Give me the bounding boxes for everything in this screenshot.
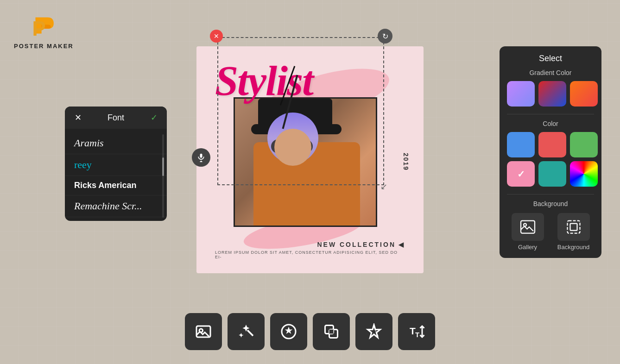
svg-text:T: T [415,331,419,339]
color-rainbow-swatch[interactable] [570,161,598,187]
font-close-button[interactable]: ✕ [72,112,83,123]
lorem-text: LOREM IPSUM DOLOR SIT AMET, CONSECTETUR … [215,250,405,259]
svg-rect-1 [200,154,202,158]
color-blue-swatch[interactable] [507,132,535,157]
font-panel-header: ✕ Font ✓ [65,107,167,129]
gallery-label: Gallery [518,244,537,251]
svg-line-10 [247,330,253,336]
color-green-swatch[interactable] [570,132,598,157]
background-section: Background Gallery [507,200,594,251]
gradient-color-grid [507,81,594,107]
year-text: 2019 [402,153,410,171]
design-tool-icon [238,323,254,340]
poster-bottom: NEW COLLECTION ◀ LOREM IPSUM DOLOR SIT A… [196,241,424,259]
svg-text:P: P [32,17,45,40]
enhance-tool-button[interactable] [355,313,392,350]
color-pink-swatch[interactable] [507,161,535,187]
svg-rect-6 [567,221,580,233]
gallery-icon [519,219,536,235]
svg-rect-7 [570,224,577,231]
canvas-area: Stylist 2019 N [196,28,424,273]
divider-1 [507,114,594,114]
gradient-subtitle: Gradient Color [507,69,594,76]
font-scrollbar-thumb [162,157,164,176]
bg-gallery-item[interactable]: Gallery [507,213,548,251]
enhance-tool-icon [366,323,382,340]
effects-tool-icon [280,323,297,340]
divider-2 [507,194,594,195]
app-name: POSTER MAKER [14,43,74,50]
background-icon-box [557,213,590,241]
font-item-reey[interactable]: reey [65,154,167,176]
gradient-orange-swatch[interactable] [570,81,598,107]
background-label: Background [557,244,589,251]
photo-tool-button[interactable] [185,313,222,350]
color-teal-swatch[interactable] [538,161,566,187]
font-item-aramis[interactable]: Aramis [65,132,167,154]
audio-control-btn[interactable] [192,148,210,167]
gradient-purple-swatch[interactable] [507,81,535,107]
selection-resize-handle[interactable]: ↙ [380,182,390,191]
background-icon [565,219,582,235]
sticker-tool-icon [323,323,340,340]
solid-color-grid [507,132,594,187]
effects-tool-button[interactable] [270,313,307,350]
bottom-toolbar: T T [185,313,435,350]
text-size-tool-button[interactable]: T T [398,313,435,350]
photo-tool-icon [195,323,212,340]
bg-background-item[interactable]: Background [553,213,594,251]
font-item-remachine[interactable]: Remachine Scr... [65,195,167,217]
font-panel-title: Font [83,113,148,123]
color-red-swatch[interactable] [538,132,566,157]
logo-area: P POSTER MAKER [14,9,74,50]
logo-icon: P [27,9,60,42]
collection-text: NEW COLLECTION ◀ [215,241,405,248]
panel-title: Select [507,54,594,63]
sticker-tool-button[interactable] [313,313,350,350]
gallery-icon-box [512,213,544,241]
background-items: Gallery Background [507,213,594,251]
selection-box[interactable]: ✕ ↻ ↙ [217,37,384,185]
background-subtitle: Background [507,200,594,207]
font-panel: ✕ Font ✓ Aramis reey Ricks American Rema… [65,107,167,221]
text-size-tool-icon: T T [408,323,425,340]
color-subtitle: Color [507,120,594,127]
font-item-ricks[interactable]: Ricks American [65,176,167,195]
selection-close-btn[interactable]: ✕ [210,30,223,43]
gradient-red-swatch[interactable] [538,81,566,107]
svg-rect-14 [329,330,334,334]
selection-rotate-btn[interactable]: ↻ [378,29,392,44]
right-panel: Select Gradient Color Color Background [500,46,601,258]
font-list: Aramis reey Ricks American Remachine Scr… [65,129,167,221]
font-confirm-button[interactable]: ✓ [148,112,159,123]
font-scrollbar [162,134,164,218]
design-tool-button[interactable] [228,313,265,350]
mic-icon [196,153,206,162]
